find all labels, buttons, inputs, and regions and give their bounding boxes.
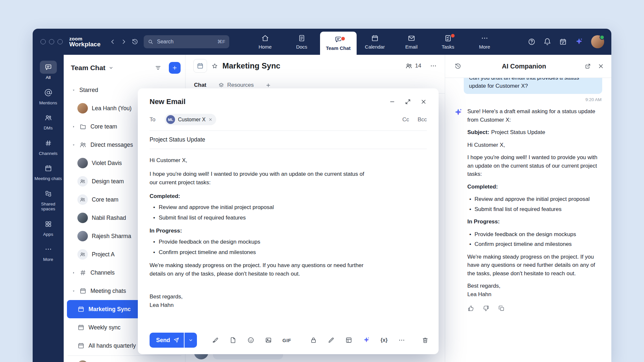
channel-more-button[interactable] <box>430 62 437 69</box>
edit-button[interactable] <box>328 337 335 344</box>
variables-button[interactable]: {x} <box>380 337 387 343</box>
signature-icon <box>212 337 219 344</box>
remove-recipient-button[interactable] <box>208 117 213 122</box>
nav-docs[interactable]: Docs <box>283 29 320 55</box>
send-options-button[interactable] <box>185 333 197 348</box>
discard-button[interactable] <box>422 337 429 344</box>
more-tools-button[interactable] <box>398 337 405 344</box>
ai-panel-header: AI Companion <box>445 55 611 78</box>
favorite-button[interactable] <box>211 63 218 69</box>
bell-icon <box>543 38 551 46</box>
expand-button[interactable] <box>405 98 411 105</box>
rail-item-meeting-chats[interactable]: Meeting chats <box>34 160 63 184</box>
ai-history-button[interactable] <box>452 61 463 72</box>
ai-completed-list: Review and approve the initial project p… <box>467 195 603 213</box>
to-field[interactable]: To ML Customer X Cc Bcc <box>150 114 427 131</box>
gif-button[interactable]: GIF <box>282 338 291 343</box>
window-controls[interactable] <box>40 39 63 44</box>
titlebar-right <box>528 35 604 48</box>
encrypt-button[interactable] <box>310 337 317 344</box>
ai-compose-button[interactable] <box>363 337 370 344</box>
email-body-editor[interactable]: Hi Customer X, I hope you're doing well!… <box>150 149 365 309</box>
more-icon <box>430 62 437 69</box>
nav-tasks[interactable]: Tasks <box>430 29 466 55</box>
layout-button[interactable] <box>345 337 352 344</box>
more-icon <box>44 245 52 253</box>
nav-more[interactable]: More <box>466 29 503 55</box>
apps-grid-icon <box>44 220 52 228</box>
logo-zoom-text: zoom <box>69 36 101 41</box>
rail-item-apps[interactable]: Apps <box>34 216 63 240</box>
plus-icon <box>172 65 178 71</box>
subject-field[interactable]: Project Status Update <box>150 131 427 149</box>
ai-close-button[interactable] <box>598 63 604 69</box>
list-item: Provide feedback on the design mockups <box>469 230 603 239</box>
user-avatar[interactable] <box>591 35 604 48</box>
back-button[interactable] <box>107 36 118 47</box>
rail-item-dms[interactable]: DMs <box>34 109 63 134</box>
send-button[interactable]: Send <box>150 333 184 348</box>
signature-button[interactable] <box>212 337 219 344</box>
minimize-button[interactable] <box>389 98 395 105</box>
nav-email[interactable]: Email <box>393 29 430 55</box>
forward-button[interactable] <box>118 36 129 47</box>
help-button[interactable] <box>528 38 536 46</box>
rail-item-more[interactable]: More <box>34 241 63 265</box>
email-completed-label: Completed: <box>150 192 365 201</box>
calendar-icon <box>79 287 87 294</box>
shared-spaces-icon <box>44 190 52 198</box>
send-icon <box>173 337 179 343</box>
sidebar-item-lea-rajesh[interactable]: Lea/Rajesh 1:1 <box>67 356 182 362</box>
rail-item-all[interactable]: All <box>34 59 63 83</box>
list-item: Confirm project timeline and milestones <box>152 248 365 257</box>
image-button[interactable] <box>265 337 272 344</box>
history-button[interactable] <box>129 36 140 47</box>
ai-companion-panel: AI Companion Can you draft an email that… <box>445 55 611 362</box>
ai-in-progress-label: In Progress: <box>467 218 603 226</box>
lock-icon <box>310 337 317 344</box>
group-icon <box>80 178 86 184</box>
emoji-button[interactable] <box>247 337 254 344</box>
rail-item-channels[interactable]: Channels <box>34 135 63 159</box>
email-greeting: Hi Customer X, <box>150 156 365 165</box>
hash-icon <box>79 269 87 276</box>
members-button[interactable]: 14 <box>405 62 421 69</box>
notifications-button[interactable] <box>543 38 551 46</box>
rail-item-mentions[interactable]: Mentions <box>34 84 63 109</box>
list-item: Provide feedback on the design mockups <box>152 238 365 246</box>
schedule-button[interactable] <box>559 38 567 46</box>
ai-popout-button[interactable] <box>585 63 591 69</box>
rail-item-shared-spaces[interactable]: Shared spaces <box>34 185 63 215</box>
sidebar-title-dropdown[interactable]: Team Chat <box>71 64 114 72</box>
avatar <box>77 231 88 241</box>
new-chat-button[interactable] <box>169 62 181 74</box>
zoom-window-control[interactable] <box>57 39 63 44</box>
close-button[interactable] <box>420 98 427 105</box>
logo-workplace-text: Workplace <box>69 41 101 47</box>
resources-icon <box>218 82 224 88</box>
nav-calendar[interactable]: Calendar <box>357 29 393 55</box>
template-button[interactable] <box>230 337 237 344</box>
thumbs-up-button[interactable] <box>467 305 474 312</box>
people-icon <box>79 141 87 148</box>
email-icon <box>408 34 415 42</box>
minimize-window-control[interactable] <box>49 39 54 44</box>
copy-button[interactable] <box>498 305 505 312</box>
cc-button[interactable]: Cc <box>402 116 409 123</box>
nav-team-chat[interactable]: Team Chat <box>320 32 357 55</box>
list-item: Submit final list of required features <box>469 205 603 214</box>
thumbs-down-icon <box>483 305 490 312</box>
calendar-icon <box>44 164 52 172</box>
ai-companion-button[interactable] <box>575 38 583 46</box>
recipient-chip[interactable]: ML Customer X <box>165 114 216 125</box>
close-window-control[interactable] <box>40 39 46 44</box>
search-input[interactable] <box>156 38 215 45</box>
history-icon <box>131 38 138 45</box>
filter-button[interactable] <box>153 62 164 73</box>
caret-down-icon <box>72 289 75 293</box>
close-icon <box>598 63 604 69</box>
search-bar[interactable]: ⌘F <box>144 35 229 48</box>
thumbs-down-button[interactable] <box>483 305 490 312</box>
bcc-button[interactable]: Bcc <box>418 116 427 123</box>
nav-home[interactable]: Home <box>247 29 283 55</box>
